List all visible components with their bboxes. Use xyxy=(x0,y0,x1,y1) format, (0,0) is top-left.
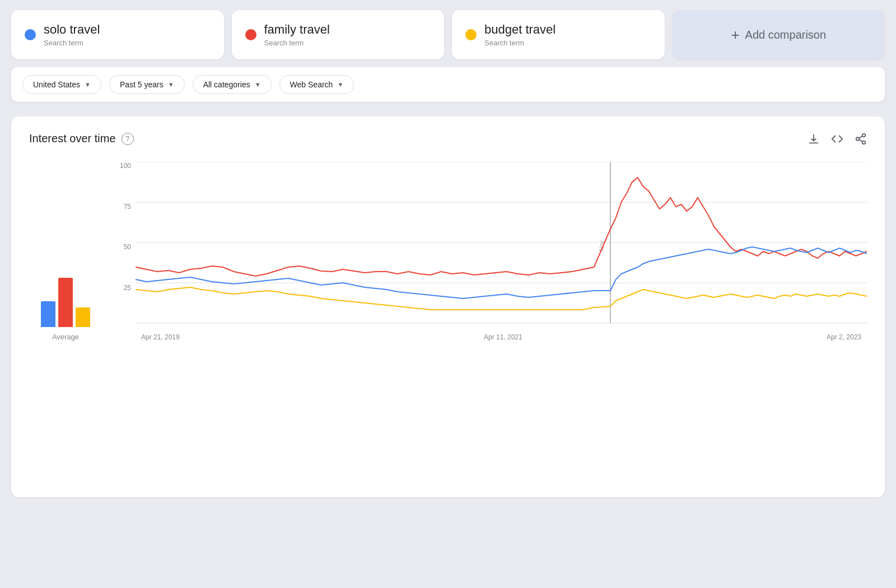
avg-bar-solo xyxy=(41,301,55,327)
budget-travel-line xyxy=(136,287,867,310)
filter-categories-label: All categories xyxy=(203,80,250,89)
chevron-down-icon: ▼ xyxy=(337,81,343,88)
filter-timerange[interactable]: Past 5 years ▼ xyxy=(109,75,185,94)
avg-bar-budget xyxy=(76,307,90,327)
avg-bar-family xyxy=(58,278,73,327)
search-terms-row: solo travel Search term family travel Se… xyxy=(11,10,885,59)
x-axis-labels: Apr 21, 2019 Apr 11, 2021 Apr 2, 2023 xyxy=(136,333,867,341)
share-button[interactable] xyxy=(855,133,867,145)
y-label-50: 50 xyxy=(124,243,131,251)
budget-info: budget travel Search term xyxy=(484,22,556,47)
solo-term-type: Search term xyxy=(44,39,100,47)
svg-line-5 xyxy=(859,136,862,138)
y-label-75: 75 xyxy=(124,203,131,211)
family-info: family travel Search term xyxy=(264,22,330,47)
line-chart-container: 100 75 50 25 Nov xyxy=(108,162,867,341)
x-label-2021: Apr 11, 2021 xyxy=(484,333,522,341)
download-button[interactable] xyxy=(808,133,820,145)
search-term-card-solo[interactable]: solo travel Search term xyxy=(11,10,224,59)
avg-bars xyxy=(41,265,90,327)
solo-dot xyxy=(25,29,36,40)
y-label-25: 25 xyxy=(124,284,131,292)
x-label-2023: Apr 2, 2023 xyxy=(827,333,861,341)
filter-categories[interactable]: All categories ▼ xyxy=(193,75,272,94)
embed-icon xyxy=(831,133,843,145)
download-icon xyxy=(808,133,820,145)
family-term-type: Search term xyxy=(264,39,330,47)
filters-row: United States ▼ Past 5 years ▼ All categ… xyxy=(11,67,885,102)
chart-header: Interest over time ? xyxy=(29,132,867,145)
solo-term-name: solo travel xyxy=(44,22,100,37)
family-term-name: family travel xyxy=(264,22,330,37)
y-axis: 100 75 50 25 xyxy=(108,162,136,324)
search-term-card-budget[interactable]: budget travel Search term xyxy=(452,10,665,59)
budget-dot xyxy=(465,29,477,40)
add-comparison-label: Add comparison xyxy=(745,29,827,41)
chart-title: Interest over time xyxy=(29,132,116,145)
family-travel-line xyxy=(136,178,867,276)
add-comparison-card[interactable]: + Add comparison xyxy=(673,10,885,59)
y-label-100: 100 xyxy=(120,162,131,170)
help-icon[interactable]: ? xyxy=(122,133,134,145)
chart-title-group: Interest over time ? xyxy=(29,132,134,145)
embed-button[interactable] xyxy=(831,133,843,145)
chart-area: Average 100 75 50 25 xyxy=(29,162,867,341)
filter-searchtype-label: Web Search xyxy=(290,80,333,89)
svg-line-4 xyxy=(859,139,862,142)
avg-bar-section: Average xyxy=(29,265,102,341)
chevron-down-icon: ▼ xyxy=(168,81,174,88)
chevron-down-icon: ▼ xyxy=(255,81,261,88)
x-label-2019: Apr 21, 2019 xyxy=(141,333,180,341)
top-section: solo travel Search term family travel Se… xyxy=(0,0,896,108)
chart-actions xyxy=(808,133,867,145)
budget-term-name: budget travel xyxy=(484,22,556,37)
solo-info: solo travel Search term xyxy=(44,22,100,47)
add-icon: + xyxy=(731,26,739,44)
search-term-card-family[interactable]: family travel Search term xyxy=(232,10,445,59)
chevron-down-icon: ▼ xyxy=(85,81,91,88)
budget-term-type: Search term xyxy=(484,39,556,47)
filter-searchtype[interactable]: Web Search ▼ xyxy=(279,75,354,94)
share-icon xyxy=(855,133,867,145)
family-dot xyxy=(245,29,256,40)
filter-region[interactable]: United States ▼ xyxy=(22,75,101,94)
avg-label: Average xyxy=(52,333,79,341)
chart-svg: Nov xyxy=(136,162,867,324)
chart-svg-area: Nov xyxy=(136,162,867,324)
main-content: Interest over time ? xyxy=(11,116,885,497)
filter-region-label: United States xyxy=(33,80,80,89)
filter-timerange-label: Past 5 years xyxy=(120,80,164,89)
